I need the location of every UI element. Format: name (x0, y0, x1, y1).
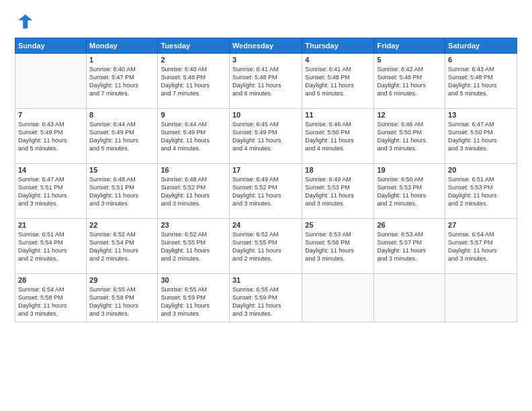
day-info: Sunrise: 6:52 AM Sunset: 5:55 PM Dayligh… (232, 230, 299, 263)
day-info: Sunrise: 6:50 AM Sunset: 5:53 PM Dayligh… (377, 175, 442, 208)
weekday-header-saturday: Saturday (445, 38, 517, 54)
calendar-cell: 13Sunrise: 6:47 AM Sunset: 5:50 PM Dayli… (445, 109, 517, 164)
week-row-5: 28Sunrise: 6:54 AM Sunset: 5:58 PM Dayli… (15, 274, 517, 322)
calendar-cell: 18Sunrise: 6:49 AM Sunset: 5:53 PM Dayli… (302, 164, 374, 219)
day-info: Sunrise: 6:46 AM Sunset: 5:50 PM Dayligh… (377, 120, 442, 153)
calendar-cell: 30Sunrise: 6:55 AM Sunset: 5:59 PM Dayli… (158, 274, 230, 322)
day-number: 7 (18, 111, 83, 119)
weekday-header-friday: Friday (374, 38, 445, 54)
day-info: Sunrise: 6:49 AM Sunset: 5:53 PM Dayligh… (305, 175, 371, 208)
day-info: Sunrise: 6:48 AM Sunset: 5:52 PM Dayligh… (161, 175, 226, 208)
day-info: Sunrise: 6:41 AM Sunset: 5:48 PM Dayligh… (305, 65, 371, 98)
day-number: 9 (161, 111, 226, 119)
calendar-cell: 17Sunrise: 6:49 AM Sunset: 5:52 PM Dayli… (229, 164, 302, 219)
day-number: 18 (305, 166, 371, 174)
day-info: Sunrise: 6:42 AM Sunset: 5:48 PM Dayligh… (377, 65, 442, 98)
weekday-header-wednesday: Wednesday (229, 38, 302, 54)
day-info: Sunrise: 6:51 AM Sunset: 5:54 PM Dayligh… (18, 230, 83, 263)
week-row-1: 1Sunrise: 6:40 AM Sunset: 5:47 PM Daylig… (15, 54, 517, 109)
day-number: 13 (448, 111, 514, 119)
calendar-cell: 6Sunrise: 6:43 AM Sunset: 5:48 PM Daylig… (445, 54, 517, 109)
calendar-cell: 25Sunrise: 6:53 AM Sunset: 5:56 PM Dayli… (302, 219, 374, 274)
day-number: 6 (448, 56, 514, 64)
calendar-cell: 22Sunrise: 6:52 AM Sunset: 5:54 PM Dayli… (87, 219, 158, 274)
calendar-cell: 2Sunrise: 6:40 AM Sunset: 5:48 PM Daylig… (158, 54, 230, 109)
day-number: 2 (161, 56, 226, 64)
calendar-cell: 16Sunrise: 6:48 AM Sunset: 5:52 PM Dayli… (158, 164, 230, 219)
week-row-3: 14Sunrise: 6:47 AM Sunset: 5:51 PM Dayli… (15, 164, 517, 219)
calendar-cell: 14Sunrise: 6:47 AM Sunset: 5:51 PM Dayli… (15, 164, 87, 219)
header (15, 12, 517, 31)
calendar-cell: 7Sunrise: 6:43 AM Sunset: 5:49 PM Daylig… (15, 109, 87, 164)
day-info: Sunrise: 6:44 AM Sunset: 5:49 PM Dayligh… (161, 120, 226, 153)
day-number: 17 (232, 166, 299, 174)
calendar-cell: 4Sunrise: 6:41 AM Sunset: 5:48 PM Daylig… (302, 54, 374, 109)
day-number: 28 (18, 276, 83, 284)
day-number: 14 (18, 166, 83, 174)
day-number: 15 (89, 166, 154, 174)
day-number: 8 (89, 111, 154, 119)
week-row-2: 7Sunrise: 6:43 AM Sunset: 5:49 PM Daylig… (15, 109, 517, 164)
day-number: 16 (161, 166, 226, 174)
calendar-cell: 28Sunrise: 6:54 AM Sunset: 5:58 PM Dayli… (15, 274, 87, 322)
calendar-cell: 9Sunrise: 6:44 AM Sunset: 5:49 PM Daylig… (158, 109, 230, 164)
day-info: Sunrise: 6:54 AM Sunset: 5:57 PM Dayligh… (448, 230, 514, 263)
day-number: 23 (161, 221, 226, 229)
weekday-header-thursday: Thursday (302, 38, 374, 54)
day-info: Sunrise: 6:45 AM Sunset: 5:49 PM Dayligh… (232, 120, 299, 153)
calendar-cell: 1Sunrise: 6:40 AM Sunset: 5:47 PM Daylig… (87, 54, 158, 109)
calendar-cell: 21Sunrise: 6:51 AM Sunset: 5:54 PM Dayli… (15, 219, 87, 274)
day-info: Sunrise: 6:52 AM Sunset: 5:54 PM Dayligh… (89, 230, 154, 263)
day-info: Sunrise: 6:52 AM Sunset: 5:55 PM Dayligh… (161, 230, 226, 263)
day-number: 11 (305, 111, 371, 119)
day-info: Sunrise: 6:43 AM Sunset: 5:49 PM Dayligh… (18, 120, 83, 153)
day-info: Sunrise: 6:40 AM Sunset: 5:48 PM Dayligh… (161, 65, 226, 98)
day-info: Sunrise: 6:55 AM Sunset: 5:59 PM Dayligh… (232, 285, 299, 318)
day-info: Sunrise: 6:53 AM Sunset: 5:56 PM Dayligh… (305, 230, 371, 263)
weekday-header-tuesday: Tuesday (158, 38, 230, 54)
day-info: Sunrise: 6:47 AM Sunset: 5:50 PM Dayligh… (448, 120, 514, 153)
day-number: 26 (377, 221, 442, 229)
page: SundayMondayTuesdayWednesdayThursdayFrid… (0, 0, 532, 411)
day-number: 27 (448, 221, 514, 229)
day-number: 31 (232, 276, 299, 284)
day-info: Sunrise: 6:43 AM Sunset: 5:48 PM Dayligh… (448, 65, 514, 98)
calendar-cell: 15Sunrise: 6:48 AM Sunset: 5:51 PM Dayli… (87, 164, 158, 219)
day-number: 10 (232, 111, 299, 119)
day-info: Sunrise: 6:55 AM Sunset: 5:59 PM Dayligh… (161, 285, 226, 318)
day-number: 5 (377, 56, 442, 64)
day-info: Sunrise: 6:46 AM Sunset: 5:50 PM Dayligh… (305, 120, 371, 153)
day-info: Sunrise: 6:53 AM Sunset: 5:57 PM Dayligh… (377, 230, 442, 263)
calendar-cell: 20Sunrise: 6:51 AM Sunset: 5:53 PM Dayli… (445, 164, 517, 219)
calendar-cell (374, 274, 445, 322)
calendar-cell: 27Sunrise: 6:54 AM Sunset: 5:57 PM Dayli… (445, 219, 517, 274)
calendar-cell: 12Sunrise: 6:46 AM Sunset: 5:50 PM Dayli… (374, 109, 445, 164)
day-info: Sunrise: 6:51 AM Sunset: 5:53 PM Dayligh… (448, 175, 514, 208)
day-number: 25 (305, 221, 371, 229)
week-row-4: 21Sunrise: 6:51 AM Sunset: 5:54 PM Dayli… (15, 219, 517, 274)
calendar-cell: 26Sunrise: 6:53 AM Sunset: 5:57 PM Dayli… (374, 219, 445, 274)
logo-icon (15, 12, 34, 31)
calendar-cell: 23Sunrise: 6:52 AM Sunset: 5:55 PM Dayli… (158, 219, 230, 274)
calendar: SundayMondayTuesdayWednesdayThursdayFrid… (15, 38, 517, 322)
calendar-cell: 8Sunrise: 6:44 AM Sunset: 5:49 PM Daylig… (87, 109, 158, 164)
calendar-cell: 5Sunrise: 6:42 AM Sunset: 5:48 PM Daylig… (374, 54, 445, 109)
day-number: 3 (232, 56, 299, 64)
calendar-cell: 19Sunrise: 6:50 AM Sunset: 5:53 PM Dayli… (374, 164, 445, 219)
day-info: Sunrise: 6:54 AM Sunset: 5:58 PM Dayligh… (18, 285, 83, 318)
weekday-header-monday: Monday (87, 38, 158, 54)
day-info: Sunrise: 6:40 AM Sunset: 5:47 PM Dayligh… (89, 65, 154, 98)
calendar-cell (15, 54, 87, 109)
day-info: Sunrise: 6:48 AM Sunset: 5:51 PM Dayligh… (89, 175, 154, 208)
day-info: Sunrise: 6:49 AM Sunset: 5:52 PM Dayligh… (232, 175, 299, 208)
calendar-cell: 10Sunrise: 6:45 AM Sunset: 5:49 PM Dayli… (229, 109, 302, 164)
calendar-cell: 24Sunrise: 6:52 AM Sunset: 5:55 PM Dayli… (229, 219, 302, 274)
day-number: 30 (161, 276, 226, 284)
day-number: 24 (232, 221, 299, 229)
calendar-cell: 29Sunrise: 6:55 AM Sunset: 5:58 PM Dayli… (87, 274, 158, 322)
day-info: Sunrise: 6:55 AM Sunset: 5:58 PM Dayligh… (89, 285, 154, 318)
day-number: 19 (377, 166, 442, 174)
weekday-header-sunday: Sunday (15, 38, 87, 54)
day-info: Sunrise: 6:47 AM Sunset: 5:51 PM Dayligh… (18, 175, 83, 208)
svg-marker-0 (18, 15, 32, 29)
